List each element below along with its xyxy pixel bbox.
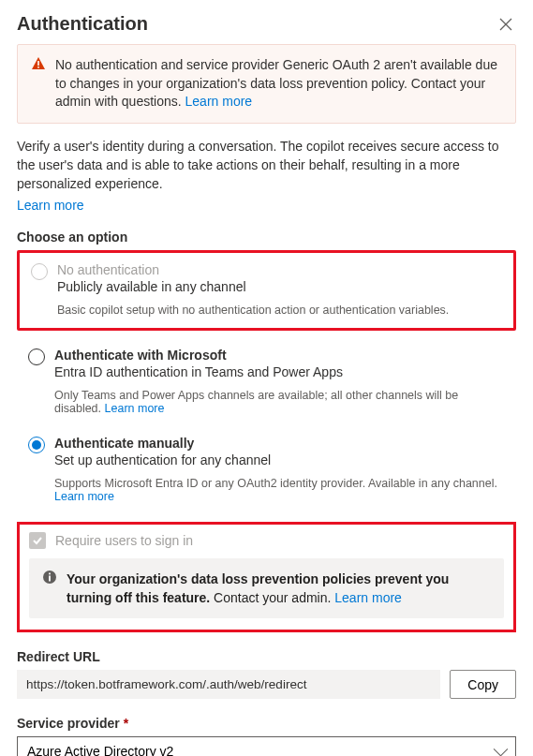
info-icon xyxy=(42,570,57,608)
alert-text: No authentication and service provider G… xyxy=(55,57,497,109)
copy-button[interactable]: Copy xyxy=(450,670,516,699)
option-title: Authenticate with Microsoft xyxy=(54,348,343,363)
service-provider-label-text: Service provider xyxy=(17,716,120,731)
option-sub: Set up authentication for any channel xyxy=(54,452,271,467)
option-title: No authentication xyxy=(57,262,246,277)
radio-authenticate-manually[interactable] xyxy=(28,437,45,453)
checkmark-icon xyxy=(32,535,43,546)
required-star: * xyxy=(124,716,128,731)
option-learn-more-link[interactable]: Learn more xyxy=(105,402,165,415)
option-sub: Publicly available in any channel xyxy=(57,279,246,294)
redirect-url-input[interactable] xyxy=(17,670,440,699)
banner-rest-text: Contact your admin. xyxy=(210,590,331,605)
svg-rect-0 xyxy=(37,61,39,66)
choose-option-label: Choose an option xyxy=(17,230,516,245)
redirect-url-label: Redirect URL xyxy=(17,649,516,664)
warning-icon xyxy=(31,56,46,111)
option-note: Basic copilot setup with no authenticati… xyxy=(31,304,502,317)
option-authenticate-manually[interactable]: Authenticate manually Set up authenticat… xyxy=(17,426,516,514)
dlp-warning-alert: No authentication and service provider G… xyxy=(17,44,516,124)
close-icon xyxy=(499,18,512,31)
svg-rect-1 xyxy=(37,67,39,68)
option-title: Authenticate manually xyxy=(54,436,271,451)
require-signin-label: Require users to sign in xyxy=(55,533,193,548)
option-learn-more-link[interactable]: Learn more xyxy=(54,490,114,503)
require-signin-section: Require users to sign in Your organizati… xyxy=(17,522,516,633)
radio-no-authentication xyxy=(31,263,48,280)
banner-learn-more-link[interactable]: Learn more xyxy=(334,590,402,605)
radio-authenticate-microsoft[interactable] xyxy=(28,348,45,365)
svg-rect-4 xyxy=(49,572,51,574)
alert-learn-more-link[interactable]: Learn more xyxy=(185,94,253,109)
dlp-info-banner: Your organization's data loss prevention… xyxy=(29,558,504,619)
svg-rect-3 xyxy=(49,575,51,581)
require-signin-checkbox xyxy=(29,532,46,549)
option-authenticate-microsoft[interactable]: Authenticate with Microsoft Entra ID aut… xyxy=(17,338,516,426)
close-button[interactable] xyxy=(496,14,516,35)
intro-text: Verify a user's identity during a conver… xyxy=(17,139,498,192)
intro-learn-more-link[interactable]: Learn more xyxy=(17,198,84,213)
page-title: Authentication xyxy=(17,13,148,35)
service-provider-label: Service provider * xyxy=(17,716,516,731)
option-note: Supports Microsoft Entra ID or any OAuth… xyxy=(54,477,497,490)
option-no-authentication: No authentication Publicly available in … xyxy=(17,250,516,331)
option-sub: Entra ID authentication in Teams and Pow… xyxy=(54,364,343,379)
service-provider-select[interactable]: Azure Active Directory v2 xyxy=(17,736,516,756)
